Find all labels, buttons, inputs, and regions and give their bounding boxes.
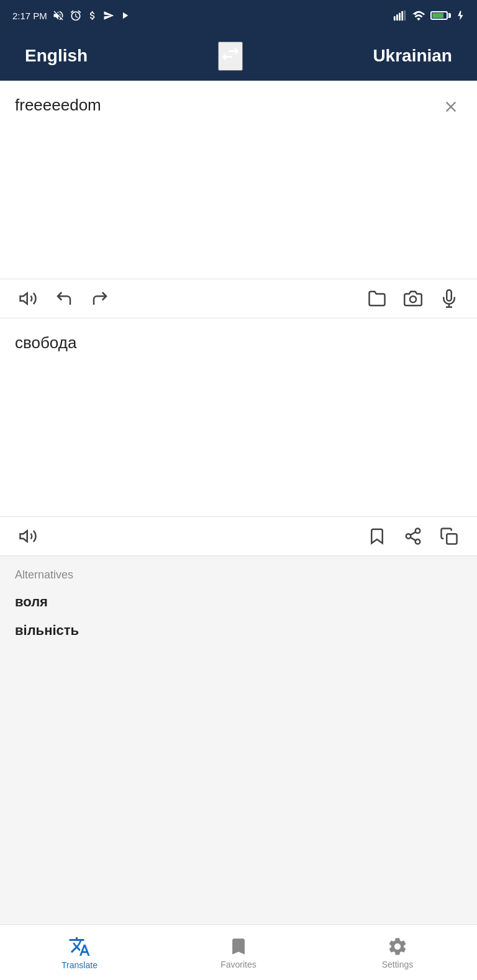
alternatives-label: Alternatives xyxy=(15,569,462,582)
nav-tab-settings[interactable]: Settings xyxy=(318,936,477,969)
source-input-area: freeeeedom xyxy=(0,81,477,279)
translate-icon xyxy=(68,935,91,958)
alternative-item-1[interactable]: воля xyxy=(15,594,462,610)
svg-rect-3 xyxy=(401,11,403,21)
camera-button[interactable] xyxy=(400,285,426,312)
time-display: 2:17 PM xyxy=(12,11,47,21)
bottom-nav: Translate Favorites Settings xyxy=(0,924,477,980)
translation-area: свобода xyxy=(0,318,477,517)
input-row: freeeeedom xyxy=(15,96,462,220)
svg-rect-4 xyxy=(404,11,406,21)
language-bar: English Ukrainian xyxy=(0,31,477,81)
redo-button[interactable] xyxy=(87,285,113,312)
swap-languages-button[interactable] xyxy=(218,42,243,71)
nav-label-translate: Translate xyxy=(61,960,98,970)
status-left: 2:17 PM xyxy=(12,9,130,22)
source-language-label[interactable]: English xyxy=(25,46,88,66)
mute-icon xyxy=(52,9,65,22)
translated-text: свобода xyxy=(15,333,462,457)
favorites-icon xyxy=(228,936,249,957)
svg-rect-15 xyxy=(447,534,457,544)
dollar-icon xyxy=(87,10,98,21)
source-speaker-button[interactable] xyxy=(15,285,41,312)
target-language-label[interactable]: Ukrainian xyxy=(373,46,452,66)
bookmark-button[interactable] xyxy=(364,523,390,549)
folder-button[interactable] xyxy=(364,285,390,312)
svg-point-12 xyxy=(416,539,420,544)
status-bar: 2:17 PM xyxy=(0,0,477,31)
svg-rect-0 xyxy=(394,16,396,20)
alternatives-section: Alternatives воля вільність xyxy=(0,556,477,924)
clear-input-button[interactable] xyxy=(440,96,462,120)
translation-toolbar xyxy=(0,517,477,556)
settings-icon xyxy=(387,936,408,957)
send-icon xyxy=(103,10,114,21)
translation-toolbar-left xyxy=(15,523,41,549)
copy-button[interactable] xyxy=(436,523,462,549)
wifi-icon xyxy=(412,10,425,21)
alternative-item-2[interactable]: вільність xyxy=(15,623,462,639)
nav-tab-translate[interactable]: Translate xyxy=(0,935,159,970)
toolbar-right xyxy=(364,285,462,312)
svg-point-10 xyxy=(416,529,420,534)
battery-indicator xyxy=(430,11,451,20)
nav-label-favorites: Favorites xyxy=(220,960,257,969)
signal-icon xyxy=(393,10,407,21)
svg-marker-9 xyxy=(20,531,27,542)
svg-rect-1 xyxy=(396,14,398,20)
svg-marker-5 xyxy=(20,293,27,304)
share-button[interactable] xyxy=(400,523,426,549)
charging-icon xyxy=(456,10,465,21)
microphone-button[interactable] xyxy=(436,285,462,312)
toolbar-left xyxy=(15,285,113,312)
alarm-icon xyxy=(70,9,82,22)
svg-point-11 xyxy=(406,534,411,539)
source-text-input[interactable]: freeeeedom xyxy=(15,96,440,220)
svg-rect-2 xyxy=(399,12,401,20)
svg-line-13 xyxy=(411,537,416,541)
nav-tab-favorites[interactable]: Favorites xyxy=(159,936,318,969)
play-icon xyxy=(119,10,130,21)
source-toolbar xyxy=(0,279,477,318)
nav-label-settings: Settings xyxy=(382,960,414,969)
translation-speaker-button[interactable] xyxy=(15,523,41,549)
undo-button[interactable] xyxy=(51,285,77,312)
svg-line-14 xyxy=(411,532,416,535)
svg-point-6 xyxy=(410,296,416,302)
translation-toolbar-right xyxy=(364,523,462,549)
status-right xyxy=(393,10,465,21)
